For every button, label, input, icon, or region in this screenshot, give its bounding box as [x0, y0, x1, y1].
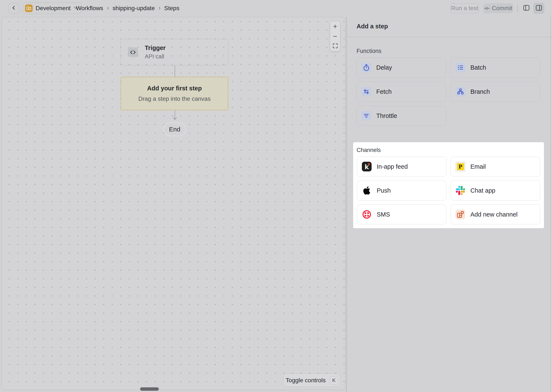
environment-label: Development	[36, 5, 71, 12]
toggle-controls-label: Toggle controls	[286, 377, 326, 384]
function-card-label: Throttle	[376, 112, 397, 119]
channel-card-push[interactable]: Push	[357, 181, 446, 200]
zoom-out-button[interactable]: −	[330, 33, 340, 40]
run-a-test-button[interactable]: Run a test	[450, 3, 479, 13]
function-card-label: Branch	[470, 88, 490, 95]
list-icon	[456, 63, 465, 72]
apple-logo-icon	[362, 186, 372, 195]
chevron-left-icon	[11, 5, 17, 12]
trigger-node-subtitle: API call	[145, 53, 166, 60]
channel-card-label: SMS	[377, 211, 390, 218]
toggle-right-panel-button[interactable]	[533, 3, 544, 14]
breadcrumb-workflows[interactable]: Workflows	[76, 5, 103, 12]
zoom-in-button[interactable]: +	[330, 23, 340, 30]
functions-section-label: Functions	[356, 48, 381, 54]
function-card-fetch[interactable]: Fetch	[356, 82, 446, 102]
swap-arrows-icon	[361, 87, 371, 97]
function-card-throttle[interactable]: Throttle	[356, 106, 446, 126]
fit-view-button[interactable]	[330, 42, 340, 50]
sidebar-scrollbar-track	[550, 16, 551, 392]
channel-card-label: Push	[377, 187, 391, 194]
toggle-controls-button[interactable]: Toggle controls K	[283, 374, 341, 387]
postmark-monogram: P	[459, 163, 462, 170]
trigger-node-title: Trigger	[145, 44, 166, 51]
add-channel-icon	[456, 210, 465, 219]
right-panel-icon	[536, 4, 542, 12]
toggle-left-panel-button[interactable]	[522, 3, 531, 13]
channels-section-label: Channels	[356, 147, 381, 154]
function-card-label: Fetch	[376, 88, 392, 95]
add-first-step-dropzone[interactable]: Add your first step Drag a step into the…	[121, 77, 228, 110]
channels-section: Channels k In-app feed P Email Push	[353, 142, 544, 228]
sidebar-divider	[346, 16, 347, 392]
code-brackets-icon	[128, 47, 138, 57]
keyboard-shortcut-badge: K	[330, 376, 338, 384]
back-button[interactable]	[8, 3, 20, 14]
tree-icon	[456, 87, 465, 97]
function-card-label: Batch	[470, 64, 486, 71]
breadcrumb-steps[interactable]: Steps	[164, 5, 180, 12]
channel-card-sms[interactable]: SMS	[357, 204, 446, 224]
breadcrumb-separator: ›	[158, 4, 160, 12]
commit-label: Commit	[492, 5, 512, 12]
run-a-test-label: Run a test	[451, 5, 478, 12]
function-card-branch[interactable]: Branch	[451, 82, 540, 102]
channel-card-label: Add new channel	[470, 211, 518, 218]
folder-lock-icon	[25, 4, 33, 12]
channel-card-in-app-feed[interactable]: k In-app feed	[357, 157, 446, 176]
knock-logo-icon: k	[362, 162, 372, 171]
arrowhead-down-icon	[173, 117, 177, 121]
breadcrumb-workflow-name[interactable]: shipping-update	[113, 5, 155, 12]
workflow-canvas[interactable]: Trigger API call Add your first step Dra…	[2, 17, 346, 390]
header-divider	[517, 4, 518, 13]
twilio-logo-icon	[362, 210, 372, 219]
channel-card-label: Chat app	[470, 187, 495, 194]
fullscreen-icon	[332, 42, 338, 50]
dropzone-subtitle: Drag a step into the canvas	[138, 95, 211, 102]
channel-card-add-new-channel[interactable]: Add new channel	[451, 204, 540, 224]
channel-card-chat-app[interactable]: Chat app	[451, 181, 540, 200]
sidebar-title: Add a step	[356, 23, 388, 30]
filter-lines-icon	[361, 111, 371, 121]
commit-button[interactable]: Commit	[483, 3, 513, 13]
dropzone-title: Add your first step	[147, 85, 202, 92]
git-commit-icon	[484, 5, 490, 12]
breadcrumb-separator: ›	[107, 4, 109, 12]
channel-card-label: In-app feed	[377, 163, 408, 170]
postmark-logo-icon: P	[456, 162, 465, 171]
breadcrumb: Workflows › shipping-update › Steps	[76, 0, 179, 16]
end-node[interactable]: End	[163, 123, 186, 136]
channel-card-email[interactable]: P Email	[451, 157, 540, 176]
environment-selector[interactable]: Development	[23, 3, 81, 14]
end-node-label: End	[169, 126, 180, 133]
function-card-label: Delay	[376, 64, 392, 71]
edge-trigger-to-placeholder	[175, 65, 175, 77]
left-panel-icon	[523, 4, 530, 12]
canvas-zoom-controls: + −	[330, 21, 340, 51]
function-card-batch[interactable]: Batch	[451, 58, 540, 77]
app-window: Development Workflows › shipping-update …	[0, 0, 552, 392]
trigger-node[interactable]: Trigger API call	[121, 39, 228, 65]
slack-logo-icon	[456, 186, 465, 195]
function-card-delay[interactable]: Delay	[356, 58, 446, 77]
stopwatch-icon	[361, 63, 371, 72]
knock-dot	[368, 163, 370, 165]
channel-card-label: Email	[470, 163, 486, 170]
sidebar-title-divider	[347, 37, 552, 37]
horizontal-scrollbar-thumb[interactable]	[140, 387, 159, 391]
